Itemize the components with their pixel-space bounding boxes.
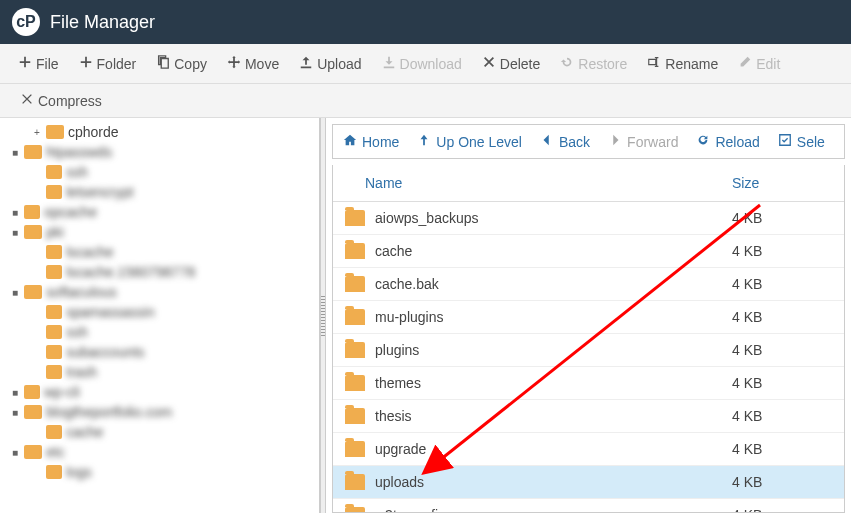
toolbar-label: File (36, 56, 59, 72)
tree-item[interactable]: cache (0, 422, 319, 442)
tree-item[interactable]: lscache.1560798778 (0, 262, 319, 282)
column-header-size[interactable]: Size (732, 175, 832, 191)
folder-tree-sidebar[interactable]: +cphorde■htpasswdssshletsencrypt■opcache… (0, 118, 320, 513)
folder-icon (345, 375, 365, 391)
tree-label: wp-cli (44, 384, 80, 400)
folder-icon (46, 185, 62, 199)
folder-icon (24, 205, 40, 219)
nav-label: Reload (715, 134, 759, 150)
nav-label: Back (559, 134, 590, 150)
tree-item[interactable]: subaccounts (0, 342, 319, 362)
nav-label: Sele (797, 134, 825, 150)
folder-icon (46, 365, 62, 379)
tree-expand-icon: ■ (10, 287, 20, 298)
toolbar-label: Rename (665, 56, 718, 72)
tree-item[interactable]: letsencrypt (0, 182, 319, 202)
tree-item[interactable]: ■htpasswds (0, 142, 319, 162)
file-size: 4 KB (732, 309, 832, 325)
tree-item[interactable]: trash (0, 362, 319, 382)
column-header-name[interactable]: Name (345, 175, 732, 191)
plus-icon (18, 55, 32, 72)
tree-item[interactable]: lscache (0, 242, 319, 262)
toolbar-label: Move (245, 56, 279, 72)
tree-item[interactable]: ■wp-cli (0, 382, 319, 402)
tree-label: blogtheportfolio.com (46, 404, 172, 420)
tree-item[interactable]: ■etc (0, 442, 319, 462)
nav-back-button[interactable]: Back (540, 133, 590, 150)
secondary-toolbar: Compress (0, 84, 851, 118)
toolbar-label: Copy (174, 56, 207, 72)
copy-button[interactable]: Copy (146, 49, 217, 78)
table-row[interactable]: plugins4 KB (333, 334, 844, 367)
tree-label: etc (46, 444, 65, 460)
tree-item[interactable]: spamassassin (0, 302, 319, 322)
tree-item[interactable]: ■softaculous (0, 282, 319, 302)
table-row[interactable]: cache.bak4 KB (333, 268, 844, 301)
file-name: uploads (375, 474, 732, 490)
file-name: themes (375, 375, 732, 391)
file-size: 4 KB (732, 342, 832, 358)
pane-divider[interactable] (320, 118, 326, 513)
table-row[interactable]: mu-plugins4 KB (333, 301, 844, 334)
tree-expand-icon: ■ (10, 147, 20, 158)
folder-icon (345, 507, 365, 513)
tree-label: pki (46, 224, 64, 240)
folder-icon (46, 245, 62, 259)
tree-item[interactable]: logs (0, 462, 319, 482)
table-row[interactable]: uploads4 KB (333, 466, 844, 499)
tree-label: subaccounts (66, 344, 145, 360)
edit-button: Edit (728, 49, 790, 78)
file-name: thesis (375, 408, 732, 424)
download-icon (382, 55, 396, 72)
compress-icon (20, 92, 34, 109)
file-size: 4 KB (732, 507, 832, 513)
table-row[interactable]: upgrade4 KB (333, 433, 844, 466)
delete-icon (482, 55, 496, 72)
back-icon (540, 133, 554, 150)
tree-expand-icon: ■ (10, 227, 20, 238)
delete-button[interactable]: Delete (472, 49, 550, 78)
folder-button[interactable]: Folder (69, 49, 147, 78)
compress-button[interactable]: Compress (10, 86, 112, 115)
file-button[interactable]: File (8, 49, 69, 78)
nav-select-button[interactable]: Sele (778, 133, 825, 150)
tree-item[interactable]: ssh (0, 162, 319, 182)
tree-label: spamassassin (66, 304, 155, 320)
table-row[interactable]: aiowps_backups4 KB (333, 202, 844, 235)
tree-label: lscache.1560798778 (66, 264, 195, 280)
tree-label: cache (66, 424, 103, 440)
nav-reload-button[interactable]: Reload (696, 133, 759, 150)
tree-item[interactable]: ssh (0, 322, 319, 342)
nav-up-button[interactable]: Up One Level (417, 133, 522, 150)
nav-home-button[interactable]: Home (343, 133, 399, 150)
table-row[interactable]: cache4 KB (333, 235, 844, 268)
folder-icon (46, 345, 62, 359)
toolbar-label: Restore (578, 56, 627, 72)
file-name: cache.bak (375, 276, 732, 292)
tree-item[interactable]: ■opcache (0, 202, 319, 222)
tree-item[interactable]: ■pki (0, 222, 319, 242)
table-row[interactable]: themes4 KB (333, 367, 844, 400)
tree-label: htpasswds (46, 144, 112, 160)
reload-icon (696, 133, 710, 150)
folder-icon (345, 210, 365, 226)
main-toolbar: FileFolderCopyMoveUploadDownloadDeleteRe… (0, 44, 851, 84)
table-row[interactable]: thesis4 KB (333, 400, 844, 433)
folder-icon (46, 125, 64, 139)
rename-button[interactable]: Rename (637, 49, 728, 78)
forward-icon (608, 133, 622, 150)
upload-button[interactable]: Upload (289, 49, 371, 78)
tree-label: ssh (66, 164, 88, 180)
folder-icon (345, 441, 365, 457)
tree-expand-icon: ■ (10, 387, 20, 398)
folder-icon (24, 405, 42, 419)
tree-item[interactable]: +cphorde (0, 122, 319, 142)
move-button[interactable]: Move (217, 49, 289, 78)
tree-item[interactable]: ■blogtheportfolio.com (0, 402, 319, 422)
table-row[interactable]: w3tc-config4 KB (333, 499, 844, 513)
folder-icon (24, 145, 42, 159)
tree-label: ssh (66, 324, 88, 340)
tree-label: logs (66, 464, 92, 480)
divider-handle-icon (321, 296, 325, 336)
main-area: +cphorde■htpasswdssshletsencrypt■opcache… (0, 118, 851, 513)
